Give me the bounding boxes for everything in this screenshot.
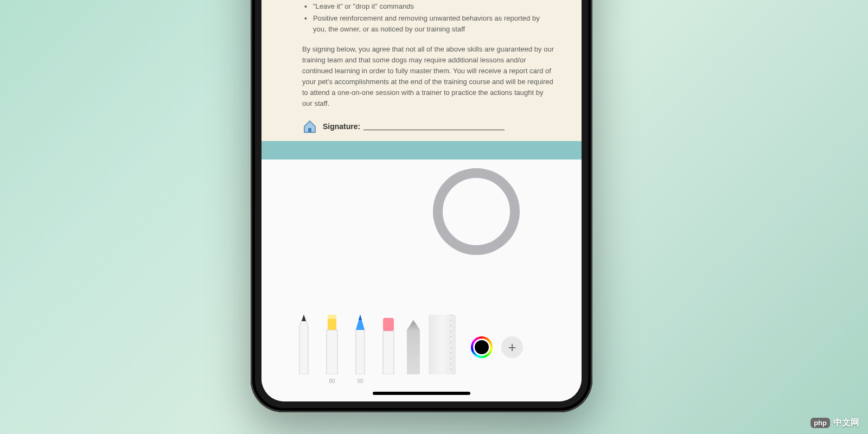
watermark-badge: php: [810, 418, 830, 428]
watermark-text: 中文网: [833, 417, 859, 429]
document-content: Walking on a leash calmly "Leave it" or …: [302, 0, 554, 134]
pen-tool[interactable]: [294, 315, 314, 374]
markup-toolbar: A Text Signature Magnifier: [261, 159, 582, 401]
pencil-tool[interactable]: 50: [350, 315, 370, 374]
tool-row: 80 50 +: [294, 315, 560, 374]
house-icon: [302, 119, 317, 134]
svg-rect-12: [328, 315, 336, 319]
home-indicator[interactable]: [373, 392, 470, 395]
svg-rect-0: [308, 128, 311, 132]
highlighter-tool[interactable]: 80: [322, 315, 342, 374]
svg-rect-13: [356, 330, 365, 374]
svg-rect-15: [383, 318, 394, 331]
list-item: Positive reinforcement and removing unwa…: [302, 13, 554, 35]
color-picker[interactable]: [471, 336, 493, 358]
add-button[interactable]: +: [501, 336, 523, 358]
svg-rect-11: [327, 330, 337, 374]
svg-rect-14: [383, 331, 394, 374]
phone-screen: Walking on a leash calmly "Leave it" or …: [261, 0, 582, 401]
lasso-tool[interactable]: [407, 320, 420, 374]
tool-opacity-label: 80: [329, 378, 335, 384]
list-item: "Leave it" or "drop it" commands: [302, 1, 554, 12]
phone-frame: Walking on a leash calmly "Leave it" or …: [251, 0, 592, 412]
agreement-paragraph: By signing below, you agree that not all…: [302, 44, 554, 110]
signature-label: Signature:: [323, 121, 360, 133]
signature-row: Signature:: [302, 119, 554, 134]
document-footer-bar: [261, 141, 582, 159]
ruler-tool[interactable]: [429, 315, 456, 374]
eraser-tool[interactable]: [379, 315, 398, 374]
bullet-list: Walking on a leash calmly "Leave it" or …: [302, 0, 554, 35]
signature-underline[interactable]: [363, 123, 505, 130]
document-preview[interactable]: Walking on a leash calmly "Leave it" or …: [261, 0, 582, 158]
watermark: php 中文网: [810, 417, 859, 429]
tool-opacity-label: 50: [357, 378, 363, 384]
